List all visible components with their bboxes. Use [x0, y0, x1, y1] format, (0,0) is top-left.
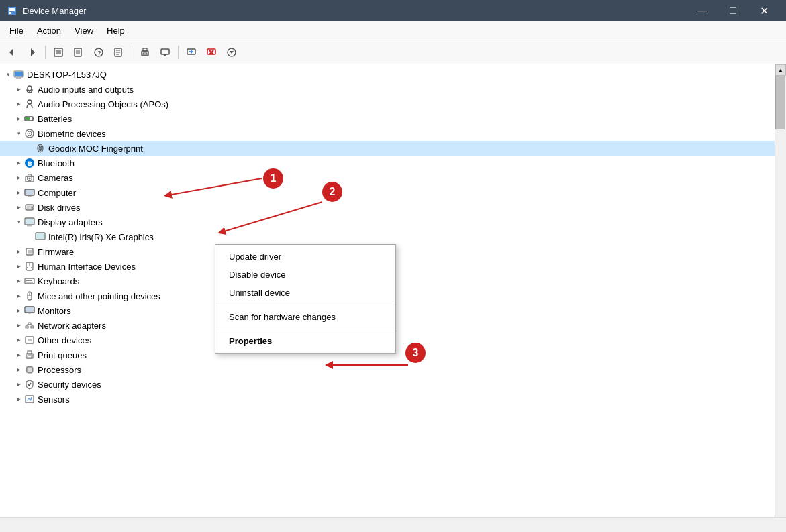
menu-bar: File Action View Help: [0, 21, 786, 40]
keyboards-label: Keyboards: [38, 276, 79, 286]
display-device-button[interactable]: [156, 43, 175, 62]
toggle-sensors[interactable]: ►: [13, 394, 24, 405]
scroll-thumb[interactable]: [775, 76, 785, 129]
svg-text:ʙ: ʙ: [28, 159, 32, 167]
toggle-hid[interactable]: ►: [13, 261, 24, 272]
update-driver-button[interactable]: [69, 43, 88, 62]
toolbar-sep-2: [132, 46, 132, 59]
toggle-display[interactable]: ▾: [13, 217, 24, 227]
back-button[interactable]: [3, 43, 21, 62]
properties-button[interactable]: [49, 43, 68, 62]
hid-icon: [24, 261, 35, 272]
menu-view[interactable]: View: [68, 23, 100, 38]
toggle-apo[interactable]: ►: [13, 99, 24, 109]
svg-marker-3: [9, 48, 13, 56]
scrollbar[interactable]: ▲ ▼: [775, 64, 786, 532]
close-button[interactable]: ✕: [748, 0, 779, 21]
svg-rect-74: [26, 280, 28, 281]
svg-point-47: [29, 178, 31, 180]
tree-item-display[interactable]: ▾ Display adapters: [0, 215, 775, 229]
scroll-track[interactable]: [775, 76, 786, 521]
toggle-disk[interactable]: ►: [13, 202, 24, 213]
download-button[interactable]: [222, 43, 241, 62]
tree-item-processors[interactable]: ► Proces: [0, 362, 775, 377]
svg-rect-91: [26, 337, 34, 343]
toggle-monitors[interactable]: ►: [13, 305, 24, 316]
toggle-mice[interactable]: ►: [13, 290, 24, 301]
computer-node-icon: [24, 187, 35, 198]
svg-point-43: [29, 133, 30, 134]
toggle-keyboards[interactable]: ►: [13, 276, 24, 286]
context-update-driver[interactable]: Update driver: [215, 248, 395, 266]
toggle-other[interactable]: ►: [13, 335, 24, 345]
sensors-label: Sensors: [38, 394, 70, 405]
toggle-processors[interactable]: ►: [13, 364, 24, 375]
tree-item-sensors[interactable]: ► Sensors: [0, 392, 775, 407]
main-content: ▾ DESKTOP-4L537JQ ►: [0, 64, 786, 532]
svg-point-55: [32, 207, 33, 208]
intel-icon: [35, 231, 46, 242]
add-device-button[interactable]: [182, 43, 201, 62]
tree-item-intel[interactable]: ► Intel(R) Iris(R) Xe Graphics: [0, 229, 775, 244]
toolbar: ?: [0, 40, 786, 64]
window-title: Device Manager: [23, 6, 687, 16]
svg-rect-64: [36, 233, 44, 239]
device-tree[interactable]: ▾ DESKTOP-4L537JQ ►: [0, 64, 775, 532]
goodix-label: Goodix MOC Fingerprint: [48, 144, 143, 154]
toggle-root[interactable]: ▾: [3, 69, 13, 80]
remove-device-button[interactable]: [202, 43, 221, 62]
print-button[interactable]: [136, 43, 154, 62]
tree-item-root[interactable]: ▾ DESKTOP-4L537JQ: [0, 67, 775, 82]
tree-item-batteries[interactable]: ► Batteries: [0, 111, 775, 126]
svg-rect-76: [30, 280, 32, 281]
forward-button[interactable]: [23, 43, 42, 62]
toggle-batteries[interactable]: ►: [13, 113, 24, 124]
svg-rect-59: [26, 219, 34, 224]
monitor-icon: [24, 305, 35, 316]
scan-hidden-button[interactable]: [109, 43, 128, 62]
firmware-label: Firmware: [38, 247, 74, 257]
context-menu: Update driver Disable device Uninstall d…: [215, 244, 396, 354]
toggle-bluetooth[interactable]: ►: [13, 158, 24, 168]
context-disable-device[interactable]: Disable device: [215, 266, 395, 284]
tree-item-audio[interactable]: ► Audio inputs and outputs: [0, 82, 775, 97]
apo-icon: [24, 99, 35, 109]
toggle-computer[interactable]: ►: [13, 187, 24, 198]
tree-item-computer[interactable]: ► Computer: [0, 185, 775, 200]
bluetooth-label: Bluetooth: [38, 158, 75, 168]
cameras-label: Cameras: [38, 173, 73, 183]
context-scan-hardware[interactable]: Scan for hardware changes: [215, 308, 395, 326]
tree-item-cameras[interactable]: ► Cameras: [0, 170, 775, 185]
svg-marker-30: [230, 51, 234, 54]
tree-item-goodix[interactable]: ► Goodix MOC Fingerprint: [0, 141, 775, 156]
toggle-network[interactable]: ►: [13, 320, 24, 331]
toggle-print[interactable]: ►: [13, 350, 24, 360]
svg-rect-32: [15, 72, 23, 76]
minimize-button[interactable]: —: [687, 0, 718, 21]
svg-rect-51: [28, 196, 32, 197]
tree-item-bluetooth[interactable]: ► ʙ Bluetooth: [0, 156, 775, 170]
disk-icon: [24, 202, 35, 213]
context-properties[interactable]: Properties: [215, 332, 395, 350]
help-button[interactable]: ?: [89, 43, 108, 62]
camera-icon: [24, 172, 35, 183]
toggle-cameras[interactable]: ►: [13, 172, 24, 183]
tree-item-apo[interactable]: ► Audio Processing Objects (APOs): [0, 97, 775, 111]
context-uninstall-device[interactable]: Uninstall device: [215, 284, 395, 302]
toggle-audio[interactable]: ►: [13, 84, 24, 95]
svg-rect-1: [9, 8, 15, 11]
toggle-firmware[interactable]: ►: [13, 246, 24, 257]
toolbar-sep-1: [45, 46, 46, 59]
tree-item-security[interactable]: ► Security devices: [0, 377, 775, 392]
tree-item-biometric[interactable]: ▾ Biometric devices: [0, 126, 775, 141]
menu-file[interactable]: File: [3, 23, 30, 38]
maximize-button[interactable]: □: [718, 0, 748, 21]
toggle-security[interactable]: ►: [13, 379, 24, 390]
mice-label: Mice and other pointing devices: [38, 291, 160, 301]
menu-action[interactable]: Action: [30, 23, 68, 38]
tree-item-disk[interactable]: ► Disk drives: [0, 200, 775, 215]
scroll-up[interactable]: ▲: [775, 64, 786, 76]
menu-help[interactable]: Help: [100, 23, 132, 38]
toggle-biometric[interactable]: ▾: [13, 128, 24, 139]
svg-rect-81: [26, 307, 34, 312]
